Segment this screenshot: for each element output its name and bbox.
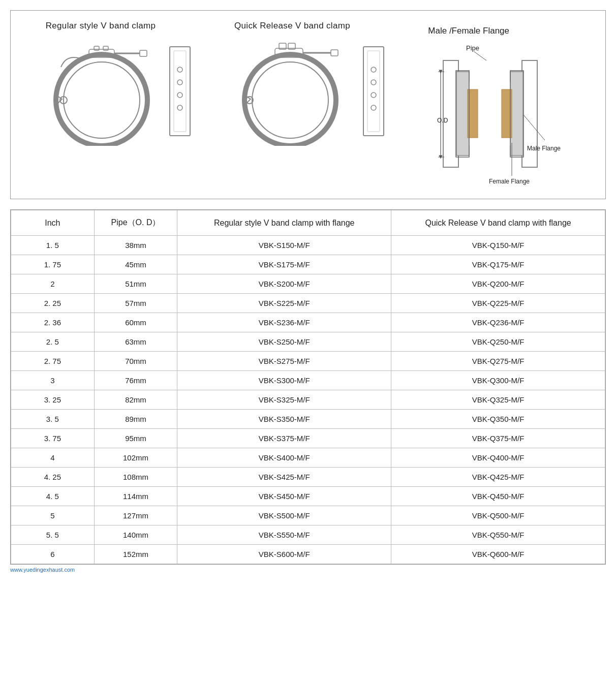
table-cell: 2. 75 bbox=[11, 352, 95, 371]
table-cell: 4 bbox=[11, 448, 95, 468]
table-cell: 2. 36 bbox=[11, 313, 95, 332]
table-cell: 76mm bbox=[94, 371, 177, 390]
table-cell: VBK-S500-M/F bbox=[177, 506, 391, 525]
table-cell: 2 bbox=[11, 274, 95, 294]
table-cell: VBK-Q236-M/F bbox=[391, 313, 605, 332]
svg-text:Male Flange: Male Flange bbox=[527, 145, 561, 152]
table-cell: VBK-S300-M/F bbox=[177, 371, 391, 390]
table-cell: VBK-Q400-M/F bbox=[391, 448, 605, 468]
quick-clamp-diagram: Quick Release V band clamp bbox=[234, 21, 389, 146]
table-body: 1. 538mmVBK-S150-M/FVBK-Q150-M/F1. 7545m… bbox=[11, 236, 605, 564]
svg-rect-3 bbox=[94, 46, 99, 50]
table-cell: VBK-Q450-M/F bbox=[391, 487, 605, 506]
svg-point-14 bbox=[244, 54, 336, 146]
table-row: 1. 7545mmVBK-S175-M/FVBK-Q175-M/F bbox=[11, 255, 605, 274]
table-cell: VBK-S375-M/F bbox=[177, 429, 391, 448]
table-cell: VBK-Q225-M/F bbox=[391, 294, 605, 313]
table-cell: 6 bbox=[11, 545, 95, 564]
quick-clamp-drawings bbox=[234, 39, 389, 146]
table-cell: 5. 5 bbox=[11, 525, 95, 545]
table-cell: VBK-Q250-M/F bbox=[391, 332, 605, 352]
table-cell: VBK-S425-M/F bbox=[177, 468, 391, 487]
table-cell: 4. 25 bbox=[11, 468, 95, 487]
quick-clamp-title: Quick Release V band clamp bbox=[234, 21, 350, 31]
header-pipe-od: Pipe（O. D） bbox=[94, 210, 177, 236]
svg-rect-6 bbox=[140, 50, 147, 56]
svg-text:Pipe: Pipe bbox=[466, 44, 479, 52]
flange-diagram: Male /Female Flange Pipe bbox=[428, 21, 570, 183]
table-cell: 63mm bbox=[94, 332, 177, 352]
table-cell: VBK-Q600-M/F bbox=[391, 545, 605, 564]
table-cell: 51mm bbox=[94, 274, 177, 294]
table-row: 5. 5140mmVBK-S550-M/FVBK-Q550-M/F bbox=[11, 525, 605, 545]
table-cell: VBK-S200-M/F bbox=[177, 274, 391, 294]
table-cell: VBK-S175-M/F bbox=[177, 255, 391, 274]
table-cell: 38mm bbox=[94, 236, 177, 255]
table-cell: 3 bbox=[11, 371, 95, 390]
svg-point-23 bbox=[371, 67, 376, 72]
table-row: 3. 589mmVBK-S350-M/FVBK-Q350-M/F bbox=[11, 410, 605, 429]
table-cell: VBK-S225-M/F bbox=[177, 294, 391, 313]
table-cell: 82mm bbox=[94, 390, 177, 410]
svg-point-11 bbox=[177, 92, 182, 98]
svg-rect-22 bbox=[363, 47, 384, 136]
flange-title: Male /Female Flange bbox=[428, 26, 509, 36]
footer-link[interactable]: www.yuedingexhaust.com bbox=[10, 567, 606, 573]
table-cell: 114mm bbox=[94, 487, 177, 506]
regular-clamp-drawings bbox=[46, 39, 195, 146]
table-cell: VBK-Q375-M/F bbox=[391, 429, 605, 448]
svg-rect-4 bbox=[103, 46, 108, 50]
svg-point-25 bbox=[371, 92, 376, 98]
svg-point-10 bbox=[177, 80, 182, 85]
regular-clamp-front-svg bbox=[46, 39, 158, 146]
table-section: Inch Pipe（O. D） Regular style V band cla… bbox=[10, 209, 606, 565]
table-cell: 45mm bbox=[94, 255, 177, 274]
table-row: 4102mmVBK-S400-M/FVBK-Q400-M/F bbox=[11, 448, 605, 468]
table-cell: 60mm bbox=[94, 313, 177, 332]
table-cell: 3. 25 bbox=[11, 390, 95, 410]
svg-text:O.D: O.D bbox=[437, 117, 448, 124]
svg-point-9 bbox=[177, 67, 182, 72]
table-row: 2. 3660mmVBK-S236-M/FVBK-Q236-M/F bbox=[11, 313, 605, 332]
table-row: 2. 7570mmVBK-S275-M/FVBK-Q275-M/F bbox=[11, 352, 605, 371]
table-cell: VBK-Q275-M/F bbox=[391, 352, 605, 371]
table-cell: VBK-Q325-M/F bbox=[391, 390, 605, 410]
table-cell: 4. 5 bbox=[11, 487, 95, 506]
table-cell: VBK-S275-M/F bbox=[177, 352, 391, 371]
table-row: 376mmVBK-S300-M/FVBK-Q300-M/F bbox=[11, 371, 605, 390]
table-row: 4. 5114mmVBK-S450-M/FVBK-Q450-M/F bbox=[11, 487, 605, 506]
table-cell: VBK-S250-M/F bbox=[177, 332, 391, 352]
svg-point-26 bbox=[371, 105, 376, 110]
svg-rect-27 bbox=[367, 51, 380, 132]
table-cell: 3. 75 bbox=[11, 429, 95, 448]
table-cell: VBK-Q300-M/F bbox=[391, 371, 605, 390]
regular-clamp-diagram: Regular style V band clamp bbox=[46, 21, 195, 146]
table-cell: 2. 5 bbox=[11, 332, 95, 352]
table-cell: 3. 5 bbox=[11, 410, 95, 429]
table-row: 1. 538mmVBK-S150-M/FVBK-Q150-M/F bbox=[11, 236, 605, 255]
svg-point-0 bbox=[56, 54, 147, 146]
table-cell: VBK-S600-M/F bbox=[177, 545, 391, 564]
svg-line-43 bbox=[523, 115, 545, 140]
table-cell: VBK-S325-M/F bbox=[177, 390, 391, 410]
diagram-section: Regular style V band clamp bbox=[10, 10, 606, 199]
table-cell: VBK-S450-M/F bbox=[177, 487, 391, 506]
table-cell: VBK-Q200-M/F bbox=[391, 274, 605, 294]
table-cell: 102mm bbox=[94, 448, 177, 468]
table-cell: VBK-Q500-M/F bbox=[391, 506, 605, 525]
table-header-row: Inch Pipe（O. D） Regular style V band cla… bbox=[11, 210, 605, 236]
svg-rect-32 bbox=[456, 72, 469, 156]
table-cell: 108mm bbox=[94, 468, 177, 487]
table-cell: 95mm bbox=[94, 429, 177, 448]
table-cell: 57mm bbox=[94, 294, 177, 313]
table-cell: 5 bbox=[11, 506, 95, 525]
table-cell: 1. 5 bbox=[11, 236, 95, 255]
table-row: 3. 7595mmVBK-S375-M/FVBK-Q375-M/F bbox=[11, 429, 605, 448]
table-row: 3. 2582mmVBK-S325-M/FVBK-Q325-M/F bbox=[11, 390, 605, 410]
header-regular: Regular style V band clamp with flange bbox=[177, 210, 391, 236]
svg-point-1 bbox=[64, 62, 140, 138]
flange-svg: Pipe O bbox=[428, 41, 570, 189]
table-row: 2. 2557mmVBK-S225-M/FVBK-Q225-M/F bbox=[11, 294, 605, 313]
flange-drawing: Pipe O bbox=[428, 41, 560, 183]
table-cell: 152mm bbox=[94, 545, 177, 564]
